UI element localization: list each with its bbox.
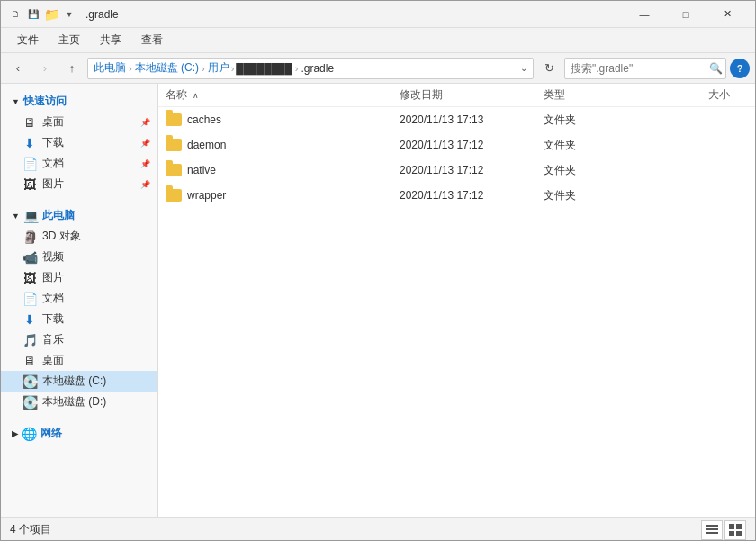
sidebar-label-drive-c: 本地磁盘 (C:) [42, 374, 106, 389]
svg-rect-1 [706, 528, 718, 530]
download-quick-icon: ⬇ [22, 136, 37, 150]
view-detail-button[interactable] [701, 520, 723, 540]
minimize-button[interactable]: — [624, 1, 665, 28]
window-controls: — □ ✕ [624, 1, 748, 28]
breadcrumb-current: .gradle [301, 62, 334, 75]
file-row-caches[interactable]: caches 2020/11/13 17:13 文件夹 [158, 107, 755, 132]
network-header[interactable]: ▶ 🌐 网络 [1, 423, 158, 444]
folder-icon-wrapper [166, 189, 182, 202]
quick-access-chevron: ▼ [12, 97, 20, 106]
folder-titlebar-icon: 📁 [44, 7, 58, 22]
col-header-name[interactable]: 名称 ∧ [166, 87, 400, 103]
sidebar-item-docs-quick[interactable]: 📄 文档 📌 [1, 153, 158, 174]
breadcrumb-user[interactable]: 用户 [208, 60, 230, 76]
file-date-daemon: 2020/11/13 17:12 [400, 139, 544, 151]
file-label-caches: caches [187, 113, 221, 126]
3d-icon: 🗿 [22, 230, 37, 244]
sidebar-item-label-download-quick: 下载 [42, 135, 64, 150]
sidebar-item-drive-c[interactable]: 💽 本地磁盘 (C:) [1, 371, 158, 392]
dropdown-titlebar-icon[interactable]: ▼ [62, 7, 76, 22]
network-section: ▶ 🌐 网络 [1, 423, 158, 444]
file-name-native: native [166, 164, 400, 176]
breadcrumb-sep-3: › [231, 63, 235, 74]
menu-share[interactable]: 共享 [91, 29, 130, 51]
breadcrumb-bar[interactable]: 此电脑 › 本地磁盘 (C:) › 用户 › ████████ › .gradl… [87, 58, 534, 79]
sidebar-item-desktop[interactable]: 🖥 桌面 [1, 350, 158, 371]
refresh-button[interactable]: ↻ [537, 57, 561, 80]
sidebar-label-3d: 3D 对象 [42, 229, 81, 244]
file-row-wrapper[interactable]: wrapper 2020/11/13 17:12 文件夹 [158, 183, 755, 208]
network-label: 网络 [40, 426, 62, 441]
sidebar-label-images: 图片 [42, 270, 64, 285]
view-grid-button[interactable] [724, 520, 746, 540]
sidebar-item-label-docs-quick: 文档 [42, 156, 64, 171]
file-type-caches: 文件夹 [544, 113, 634, 128]
file-date-native: 2020/11/13 17:12 [400, 164, 544, 176]
col-name-label: 名称 [166, 88, 187, 101]
breadcrumb-drive-c[interactable]: 本地磁盘 (C:) [135, 60, 199, 76]
search-input[interactable] [571, 62, 706, 75]
this-pc-section: ▼ 💻 此电脑 🗿 3D 对象 📹 视频 🖼 图片 📄 文档 ⬇ [1, 205, 158, 412]
nav-bar: ‹ › ↑ 此电脑 › 本地磁盘 (C:) › 用户 › ████████ › … [1, 53, 755, 84]
sidebar-item-music[interactable]: 🎵 音乐 [1, 329, 158, 350]
search-bar[interactable]: 🔍 [564, 58, 726, 79]
svg-rect-2 [706, 532, 718, 534]
sidebar-item-video[interactable]: 📹 视频 [1, 247, 158, 267]
sidebar-item-downloads[interactable]: ⬇ 下载 [1, 309, 158, 329]
sidebar-item-label-desktop-quick: 桌面 [42, 114, 64, 130]
sidebar-item-download-quick[interactable]: ⬇ 下载 📌 [1, 132, 158, 153]
pin-icon-desktop: 📌 [140, 118, 150, 127]
sidebar-item-desktop-quick[interactable]: 🖥 桌面 📌 [1, 112, 158, 132]
maximize-button[interactable]: □ [665, 1, 706, 28]
sidebar-item-label-pics-quick: 图片 [42, 176, 64, 192]
pin-icon-docs: 📌 [140, 159, 150, 168]
window-title: .gradle [86, 8, 618, 21]
sidebar-item-pics-quick[interactable]: 🖼 图片 📌 [1, 174, 158, 194]
sidebar-item-3d[interactable]: 🗿 3D 对象 [1, 226, 158, 247]
menu-home[interactable]: 主页 [50, 29, 89, 51]
this-pc-chevron: ▼ [12, 212, 20, 221]
help-button[interactable]: ? [730, 59, 750, 78]
breadcrumb-sep-1: › [129, 63, 132, 74]
col-header-size[interactable]: 大小 [634, 87, 748, 103]
pin-icon-pics: 📌 [140, 180, 150, 189]
breadcrumb-sep-2: › [202, 63, 205, 74]
file-label-native: native [187, 164, 216, 176]
sidebar-item-drive-d[interactable]: 💽 本地磁盘 (D:) [1, 392, 158, 412]
sidebar-label-documents: 文档 [42, 291, 64, 306]
sidebar-item-images[interactable]: 🖼 图片 [1, 267, 158, 288]
sidebar-label-video: 视频 [42, 249, 64, 265]
col-header-type[interactable]: 类型 [544, 87, 634, 103]
file-name-daemon: daemon [166, 139, 400, 151]
quick-access-section: ▼ 快速访问 🖥 桌面 📌 ⬇ 下载 📌 📄 文档 📌 🖼 图片 � [1, 91, 158, 194]
sidebar: ▼ 快速访问 🖥 桌面 📌 ⬇ 下载 📌 📄 文档 📌 🖼 图片 � [1, 84, 158, 517]
menu-view[interactable]: 查看 [132, 29, 172, 51]
file-row-daemon[interactable]: daemon 2020/11/13 17:12 文件夹 [158, 132, 755, 158]
up-button[interactable]: ↑ [60, 57, 84, 80]
breadcrumb-thispc[interactable]: 此电脑 [94, 60, 126, 76]
breadcrumb-sep-4: › [295, 63, 299, 74]
sidebar-divider-1 [1, 198, 158, 205]
svg-rect-5 [729, 531, 734, 536]
status-item-count: 4 个项目 [10, 522, 51, 537]
file-date-wrapper: 2020/11/13 17:12 [400, 189, 544, 202]
sidebar-divider-2 [1, 416, 158, 423]
title-bar: 🗋 💾 📁 ▼ .gradle — □ ✕ [1, 1, 755, 28]
breadcrumb-dropdown-icon[interactable]: ⌄ [520, 63, 527, 73]
back-button[interactable]: ‹ [6, 57, 30, 80]
file-type-native: 文件夹 [544, 163, 634, 178]
file-row-native[interactable]: native 2020/11/13 17:12 文件夹 [158, 158, 755, 183]
svg-rect-6 [736, 531, 742, 536]
file-label-daemon: daemon [187, 139, 226, 151]
this-pc-header[interactable]: ▼ 💻 此电脑 [1, 205, 158, 226]
image-icon: 🖼 [22, 271, 37, 285]
quick-access-header[interactable]: ▼ 快速访问 [1, 91, 158, 112]
sidebar-item-documents[interactable]: 📄 文档 [1, 288, 158, 309]
main-container: ▼ 快速访问 🖥 桌面 📌 ⬇ 下载 📌 📄 文档 📌 🖼 图片 � [1, 84, 755, 517]
file-label-wrapper: wrapper [187, 189, 226, 202]
forward-button[interactable]: › [33, 57, 57, 80]
col-header-date[interactable]: 修改日期 [400, 87, 544, 103]
file-list: 名称 ∧ 修改日期 类型 大小 caches 2020/11/13 17:13 … [158, 84, 755, 517]
close-button[interactable]: ✕ [706, 1, 748, 28]
menu-file[interactable]: 文件 [8, 29, 48, 51]
